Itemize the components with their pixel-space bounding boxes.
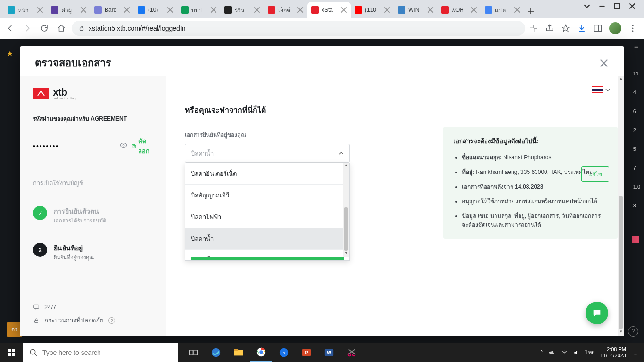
scroll-up-icon[interactable]: ▴ (620, 76, 622, 82)
ime-label[interactable]: ไทย (586, 348, 594, 357)
svg-point-21 (212, 348, 220, 357)
select-option[interactable]: บิลค่าอินเตอร์เน็ต (185, 163, 343, 185)
chrome-beta-icon[interactable]: b (272, 343, 295, 362)
new-tab-button[interactable] (524, 5, 537, 18)
close-icon[interactable] (297, 7, 304, 13)
select-option[interactable]: บิลค่าไฟฟ้า (185, 206, 343, 228)
close-icon[interactable] (599, 58, 609, 68)
notifications-icon[interactable] (632, 349, 639, 356)
browser-tab[interactable]: xSta (307, 2, 351, 18)
chrome-icon[interactable] (250, 343, 272, 362)
download-icon[interactable] (577, 24, 586, 33)
close-icon[interactable] (340, 7, 347, 13)
browser-tab[interactable]: WIN (394, 2, 438, 18)
search-placeholder: Type here to search (42, 349, 101, 356)
svg-rect-13 (35, 320, 38, 322)
side-panel-icon[interactable] (593, 24, 603, 33)
system-tray: ˄ ไทย 2:08 PM 11/14/2023 (540, 346, 644, 359)
browser-tab[interactable]: (110 (351, 2, 394, 18)
svg-point-9 (123, 144, 124, 146)
translate-icon[interactable] (529, 24, 538, 33)
forward-button[interactable] (21, 22, 34, 35)
favicon-icon (355, 6, 362, 14)
scroll-up-icon[interactable]: ▲ (343, 163, 349, 170)
scroll-down-icon[interactable]: ▾ (620, 329, 622, 336)
scroll-thumb[interactable] (619, 196, 623, 329)
svg-point-33 (353, 354, 355, 356)
browser-tab[interactable]: XOH (438, 2, 481, 18)
close-icon[interactable] (80, 7, 87, 13)
browser-tab[interactable]: บปป (177, 2, 221, 18)
clock[interactable]: 2:08 PM 11/14/2023 (600, 346, 626, 359)
check-icon: ✓ (33, 206, 47, 220)
language-selector[interactable] (592, 86, 610, 93)
close-icon[interactable] (514, 7, 520, 13)
tray-chevron-icon[interactable]: ˄ (540, 350, 543, 356)
chat-icon (33, 304, 40, 311)
favicon-icon (51, 6, 58, 14)
home-button[interactable] (55, 22, 68, 35)
select-option[interactable]: บิลสัญญาณทีวี (185, 185, 343, 206)
select-option[interactable]: บิลค่าน้ำ (185, 228, 343, 250)
close-icon[interactable] (384, 7, 390, 13)
hamburger-icon[interactable]: ≡ (634, 43, 638, 52)
omnibox[interactable]: xstation5.xtb.com/#/real/loggedIn (72, 21, 525, 36)
help-icon[interactable]: ? (628, 326, 638, 337)
svg-point-32 (348, 354, 351, 356)
browser-tab[interactable]: (10) (134, 2, 177, 18)
edit-button[interactable]: แก้ไข (581, 166, 609, 182)
browser-tab[interactable]: แปล (481, 2, 524, 18)
chat-fab[interactable] (586, 302, 608, 324)
step-number: 2 (33, 243, 47, 257)
explorer-icon[interactable] (227, 343, 250, 362)
url-text: xstation5.xtb.com/#/real/loggedIn (89, 25, 185, 32)
reload-button[interactable] (38, 22, 51, 35)
volume-icon[interactable] (573, 349, 580, 356)
browser-tab[interactable]: เอ็กซ์ (264, 2, 307, 18)
share-icon[interactable] (545, 24, 554, 33)
back-button[interactable] (4, 22, 17, 35)
xtb-logo: xtb online trading (33, 86, 153, 100)
close-icon[interactable] (471, 7, 477, 13)
powerpoint-icon[interactable]: P (295, 343, 318, 362)
modal-scrollbar[interactable]: ▴ ▾ (618, 76, 624, 336)
close-icon[interactable] (427, 7, 434, 13)
minimize-icon[interactable] (599, 3, 605, 9)
favicon-icon (441, 6, 449, 14)
browser-tab[interactable]: คำผู้ (47, 2, 91, 18)
start-button[interactable] (0, 343, 23, 362)
password-label: รหัสผ่านของคุณสำหรับ AGREEMENT (33, 114, 153, 123)
close-icon[interactable] (254, 7, 260, 13)
close-icon[interactable] (167, 7, 173, 13)
close-icon[interactable] (629, 3, 636, 9)
task-view-icon[interactable] (182, 343, 205, 362)
browser-tab[interactable]: รีวิว (221, 2, 264, 18)
copy-button[interactable]: คัดลอก (132, 136, 153, 156)
activation-heading: การเปิดใช้งานบัญชี (33, 178, 153, 188)
chevron-down-icon[interactable] (584, 3, 590, 9)
close-icon[interactable] (37, 7, 43, 13)
star-icon[interactable] (561, 24, 570, 33)
word-icon[interactable]: W (318, 343, 340, 362)
password-input[interactable] (33, 142, 116, 150)
scroll-down-icon[interactable]: ▼ (343, 251, 349, 257)
select-option[interactable]: บิลค่าน้ำมัน (185, 250, 343, 257)
dropdown-scrollbar[interactable]: ▲ ▼ (343, 163, 349, 257)
onedrive-icon[interactable] (549, 349, 555, 356)
close-icon[interactable] (124, 7, 130, 13)
snip-icon[interactable] (340, 343, 363, 362)
select-input[interactable]: บิลค่าน้ำ (185, 144, 350, 163)
profile-avatar[interactable] (609, 22, 621, 34)
info-icon[interactable]: ? (108, 317, 115, 324)
taskbar-search[interactable]: Type here to search (23, 343, 178, 362)
maximize-icon[interactable] (614, 3, 620, 9)
edge-icon[interactable] (205, 343, 227, 362)
svg-point-7 (632, 30, 634, 32)
wifi-icon[interactable] (561, 349, 568, 356)
scroll-thumb[interactable] (344, 207, 348, 251)
eye-icon[interactable] (119, 141, 128, 151)
menu-icon[interactable] (628, 24, 637, 33)
browser-tab[interactable]: Bard (91, 2, 134, 18)
close-icon[interactable] (210, 7, 217, 13)
browser-tab[interactable]: หน้า (4, 2, 47, 18)
